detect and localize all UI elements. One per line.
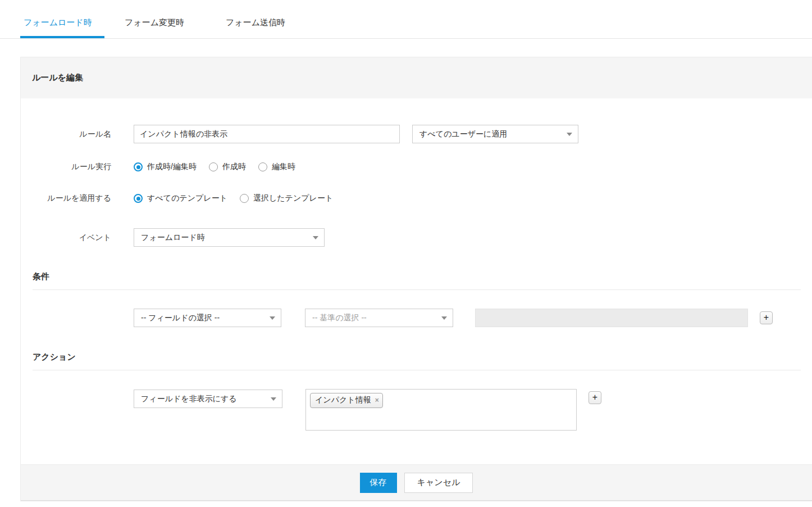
chevron-down-icon: [270, 316, 275, 320]
radio-selected-templates[interactable]: 選択したテンプレート: [240, 193, 333, 203]
radio-edit-label: 編集時: [272, 162, 295, 172]
selected-field-chip-label: インパクト情報: [315, 395, 371, 405]
apply-to-users-select[interactable]: すべてのユーザーに適用: [412, 125, 578, 143]
event-select-value: フォームロード時: [141, 233, 205, 243]
chevron-down-icon: [441, 316, 447, 320]
chevron-down-icon: [271, 397, 276, 401]
radio-unselected-icon: [209, 162, 218, 171]
chevron-down-icon: [313, 236, 318, 239]
radio-selected-icon: [134, 194, 143, 203]
panel-body: ルール名 すべてのユーザーに適用 ルール実行 作成時/編集時: [21, 98, 812, 464]
conditions-section-title: 条件: [33, 271, 801, 290]
actions-section-title: アクション: [33, 352, 801, 370]
tab-form-submit[interactable]: フォーム送信時: [222, 14, 307, 38]
plus-icon: +: [764, 313, 769, 322]
radio-all-templates[interactable]: すべてのテンプレート: [134, 193, 227, 203]
save-button[interactable]: 保存: [360, 473, 397, 493]
action-fields-multiselect[interactable]: インパクト情報 ×: [305, 389, 577, 431]
event-label: イベント: [21, 233, 111, 243]
add-action-button[interactable]: +: [589, 391, 601, 404]
tab-form-change[interactable]: フォーム変更時: [121, 14, 206, 38]
condition-criteria-select[interactable]: -- 基準の選択 --: [305, 309, 453, 327]
radio-create-label: 作成時: [222, 162, 246, 172]
radio-create[interactable]: 作成時: [209, 162, 246, 172]
chevron-down-icon: [567, 133, 572, 136]
action-type-select-value: フィールドを非表示にする: [141, 394, 237, 404]
radio-all-templates-label: すべてのテンプレート: [147, 193, 227, 203]
condition-value-input: [475, 309, 748, 327]
radio-create-or-edit-label: 作成時/編集時: [147, 162, 197, 172]
action-type-select[interactable]: フィールドを非表示にする: [134, 390, 282, 408]
cancel-button[interactable]: キャンセル: [404, 473, 473, 493]
rule-execute-row: ルール実行 作成時/編集時 作成時 編集時: [21, 162, 812, 172]
radio-create-or-edit[interactable]: 作成時/編集時: [134, 162, 197, 172]
condition-field-select[interactable]: -- フィールドの選択 --: [134, 309, 281, 327]
event-row: イベント フォームロード時: [21, 228, 812, 247]
rule-apply-label: ルールを適用する: [21, 193, 111, 203]
panel-title: ルールを編集: [21, 57, 812, 98]
condition-row: -- フィールドの選択 -- -- 基準の選択 -- +: [134, 309, 812, 327]
rule-name-row: ルール名 すべてのユーザーに適用: [21, 125, 812, 143]
rule-execute-label: ルール実行: [21, 162, 111, 172]
event-select[interactable]: フォームロード時: [134, 228, 325, 247]
radio-edit[interactable]: 編集時: [258, 162, 295, 172]
rule-apply-row: ルールを適用する すべてのテンプレート 選択したテンプレート: [21, 193, 812, 203]
radio-selected-templates-label: 選択したテンプレート: [253, 193, 333, 203]
tab-form-load[interactable]: フォームロード時: [20, 14, 104, 38]
selected-field-chip: インパクト情報 ×: [310, 393, 383, 408]
condition-criteria-select-value: -- 基準の選択 --: [312, 313, 367, 323]
radio-selected-icon: [134, 162, 143, 171]
rule-name-input[interactable]: [134, 125, 400, 143]
radio-unselected-icon: [240, 194, 249, 203]
apply-to-users-value: すべてのユーザーに適用: [419, 129, 507, 139]
event-tabbar: フォームロード時 フォーム変更時 フォーム送信時: [0, 0, 812, 39]
add-condition-button[interactable]: +: [760, 311, 773, 324]
close-icon[interactable]: ×: [375, 396, 379, 404]
action-row: フィールドを非表示にする インパクト情報 × +: [134, 389, 812, 431]
radio-unselected-icon: [258, 162, 267, 171]
panel-footer: 保存 キャンセル: [21, 464, 812, 501]
rule-edit-panel: ルールを編集 ルール名 すべてのユーザーに適用 ルール実行 作成時/編集時: [20, 57, 812, 501]
condition-field-select-value: -- フィールドの選択 --: [141, 313, 220, 323]
plus-icon: +: [592, 392, 597, 402]
rule-name-label: ルール名: [21, 129, 111, 139]
